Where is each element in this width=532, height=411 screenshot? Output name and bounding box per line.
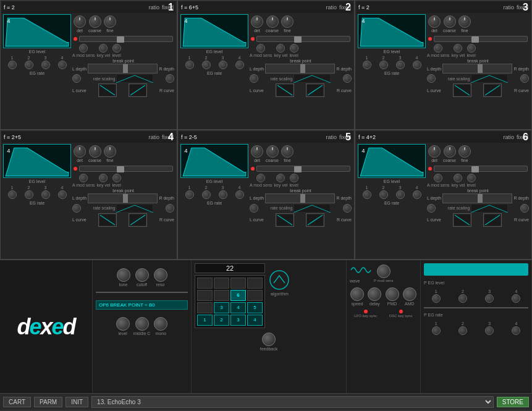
p-mod-sens-knob[interactable] — [377, 265, 391, 278]
level-knob[interactable] — [116, 317, 130, 331]
parm-button[interactable]: PARM — [34, 397, 62, 407]
coarse-knob-2[interactable] — [266, 15, 279, 28]
store-button[interactable]: STORE — [497, 397, 529, 407]
bp-display-4[interactable] — [88, 193, 158, 203]
ldepth-knob-2[interactable] — [250, 74, 258, 83]
coarse-knob-1[interactable] — [89, 15, 101, 28]
algo-cell-0-0[interactable] — [197, 278, 213, 289]
keyvel-knob-3[interactable] — [454, 44, 462, 53]
rate-4-knob-op4[interactable] — [58, 190, 67, 199]
tune-knob[interactable] — [117, 268, 130, 282]
p-eg-4-knob[interactable] — [512, 294, 520, 303]
algo-cell-1-3[interactable] — [247, 290, 263, 301]
fine-knob-4[interactable] — [104, 145, 116, 158]
rdepth-knob-5[interactable] — [343, 204, 352, 213]
amod-knob-3[interactable] — [434, 44, 442, 53]
rate-2-knob-op4[interactable] — [25, 190, 33, 199]
p-eg-rate-1-knob[interactable] — [432, 326, 441, 335]
keyvel-knob-4[interactable] — [99, 174, 108, 182]
lcurve-4[interactable] — [98, 213, 117, 227]
lcurve-6[interactable] — [453, 213, 471, 227]
bp-display-6[interactable] — [442, 193, 512, 203]
bp-display-1[interactable] — [88, 64, 158, 74]
level-knob-1[interactable] — [112, 44, 121, 53]
algo-cell-1-2[interactable]: 6 — [230, 290, 246, 301]
algo-cell-2-2[interactable]: 4 — [230, 302, 246, 313]
op-slider-2[interactable] — [256, 36, 350, 42]
amod-knob-1[interactable] — [79, 44, 88, 53]
fine-knob-3[interactable] — [458, 15, 471, 28]
rate-3-knob-op3[interactable] — [396, 61, 405, 69]
coarse-knob-6[interactable] — [444, 145, 456, 158]
algo-cell-2-0[interactable] — [197, 302, 213, 313]
rate-4-knob-op1[interactable] — [58, 61, 67, 69]
det-knob-3[interactable] — [428, 15, 441, 28]
rcurve-1[interactable] — [129, 83, 147, 97]
op-led-1[interactable] — [74, 37, 77, 41]
algo-cell-1-0[interactable] — [197, 290, 213, 301]
algo-cell-0-3[interactable] — [247, 278, 263, 289]
preset-select[interactable]: 13. EchoEcho 3 — [91, 396, 494, 408]
rate-2-knob-op5[interactable] — [202, 190, 211, 199]
rate-4-knob-op5[interactable] — [235, 190, 244, 199]
ldepth-knob-6[interactable] — [427, 204, 436, 213]
mono-knob[interactable] — [154, 317, 167, 331]
algo-cell-0-1[interactable] — [214, 278, 229, 289]
speed-knob[interactable] — [350, 287, 364, 301]
algo-cell-3-1[interactable]: 2 — [214, 315, 229, 326]
rate-3-knob-op2[interactable] — [219, 61, 227, 69]
amod-knob-6[interactable] — [434, 174, 442, 182]
det-knob-2[interactable] — [251, 15, 263, 28]
op-led-4[interactable] — [74, 167, 77, 171]
p-eg-rate-2-knob[interactable] — [458, 326, 467, 335]
p-eg-2-knob[interactable] — [458, 294, 467, 303]
level-knob-6[interactable] — [467, 174, 476, 182]
lcurve-5[interactable] — [276, 213, 294, 227]
keyvel-knob-2[interactable] — [276, 44, 285, 53]
algo-cell-2-3[interactable]: 5 — [247, 302, 263, 313]
init-button[interactable]: INIT — [65, 397, 88, 407]
rate-1-knob-op3[interactable] — [363, 61, 371, 69]
rate-4-knob-op2[interactable] — [235, 61, 244, 69]
rcurve-2[interactable] — [306, 83, 324, 97]
rate-2-knob-op2[interactable] — [202, 61, 211, 69]
osc-key-sync-led[interactable] — [399, 310, 403, 313]
amod-knob-4[interactable] — [79, 174, 88, 182]
p-eg-1-knob[interactable] — [432, 294, 441, 303]
lcurve-1[interactable] — [98, 83, 117, 97]
lcurve-2[interactable] — [276, 83, 294, 97]
level-knob-3[interactable] — [467, 44, 476, 53]
amd-knob[interactable] — [403, 287, 416, 301]
fine-knob-1[interactable] — [104, 15, 116, 28]
p-eg-3-knob[interactable] — [485, 294, 494, 303]
delay-knob[interactable] — [368, 287, 381, 301]
bp-display-5[interactable] — [265, 193, 335, 203]
rate-4-knob-op3[interactable] — [413, 61, 421, 69]
keyvel-knob-6[interactable] — [454, 174, 462, 182]
rdepth-knob-4[interactable] — [166, 204, 174, 213]
rdepth-knob-3[interactable] — [520, 74, 529, 83]
algo-cell-3-3[interactable]: 4 — [247, 315, 263, 326]
algo-matrix[interactable]: 63451234 — [195, 275, 265, 328]
rate-1-knob-op1[interactable] — [8, 61, 17, 69]
det-knob-5[interactable] — [251, 145, 263, 158]
algo-cell-3-2[interactable]: 3 — [230, 315, 246, 326]
rate-1-knob-op5[interactable] — [185, 190, 194, 199]
rate-2-knob-op1[interactable] — [25, 61, 33, 69]
coarse-knob-5[interactable] — [266, 145, 279, 158]
ldepth-knob-1[interactable] — [72, 74, 81, 83]
rate-2-knob-op3[interactable] — [379, 61, 388, 69]
fine-knob-6[interactable] — [458, 145, 471, 158]
algo-cell-3-0[interactable]: 1 — [197, 315, 213, 326]
rate-2-knob-op6[interactable] — [379, 190, 388, 199]
ldepth-knob-3[interactable] — [427, 74, 436, 83]
ldepth-knob-4[interactable] — [72, 204, 81, 213]
op-slider-5[interactable] — [256, 166, 350, 172]
pmd-knob[interactable] — [386, 287, 399, 301]
rcurve-3[interactable] — [483, 83, 502, 97]
rate-4-knob-op6[interactable] — [413, 190, 421, 199]
rcurve-5[interactable] — [306, 213, 324, 227]
rdepth-knob-1[interactable] — [166, 74, 174, 83]
coarse-knob-4[interactable] — [89, 145, 101, 158]
p-eg-rate-3-knob[interactable] — [485, 326, 494, 335]
